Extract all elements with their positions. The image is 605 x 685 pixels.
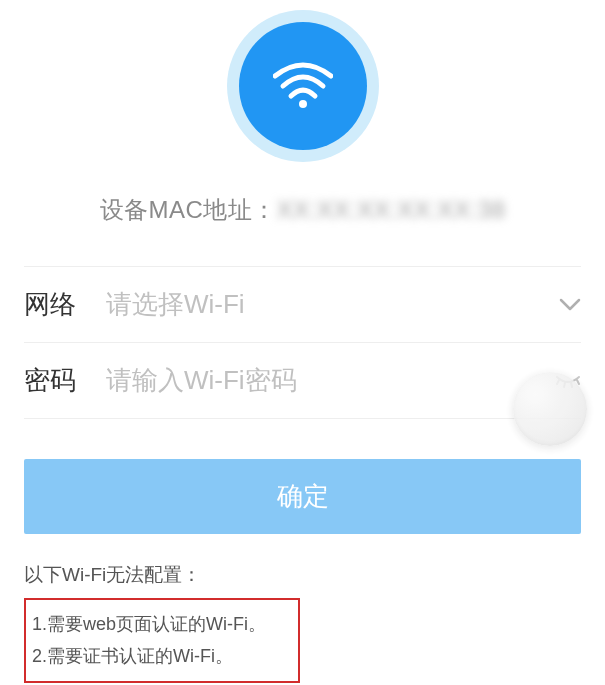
note-item-2: 2.需要证书认证的Wi-Fi。 <box>32 640 292 672</box>
network-select-row[interactable]: 网络 请选择Wi-Fi <box>24 266 581 343</box>
note-section: 以下Wi-Fi无法配置： 1.需要web页面认证的Wi-Fi。 2.需要证书认证… <box>0 534 605 683</box>
wifi-circle-outer <box>227 10 379 162</box>
note-item-1: 1.需要web页面认证的Wi-Fi。 <box>32 608 292 640</box>
wifi-icon <box>273 62 333 110</box>
wifi-logo-container <box>0 0 605 162</box>
note-title: 以下Wi-Fi无法配置： <box>24 562 581 588</box>
network-label: 网络 <box>24 287 106 322</box>
mac-address-value: XX:XX:XX:XX:XX:38 <box>277 196 506 223</box>
svg-line-4 <box>577 380 579 384</box>
password-label: 密码 <box>24 363 106 398</box>
mac-address-label: 设备MAC地址： <box>100 196 277 223</box>
confirm-button[interactable]: 确定 <box>24 459 581 534</box>
network-placeholder: 请选择Wi-Fi <box>106 287 559 322</box>
mac-address-line: 设备MAC地址：XX:XX:XX:XX:XX:38 <box>0 194 605 226</box>
floating-assistive-button[interactable] <box>513 372 587 446</box>
password-input-row[interactable]: 密码 请输入Wi-Fi密码 <box>24 343 581 419</box>
note-warning-box: 1.需要web页面认证的Wi-Fi。 2.需要证书认证的Wi-Fi。 <box>24 598 300 683</box>
svg-point-0 <box>299 100 307 108</box>
chevron-down-icon <box>559 298 581 312</box>
wifi-circle-inner <box>239 22 367 150</box>
password-placeholder: 请输入Wi-Fi密码 <box>106 363 555 398</box>
